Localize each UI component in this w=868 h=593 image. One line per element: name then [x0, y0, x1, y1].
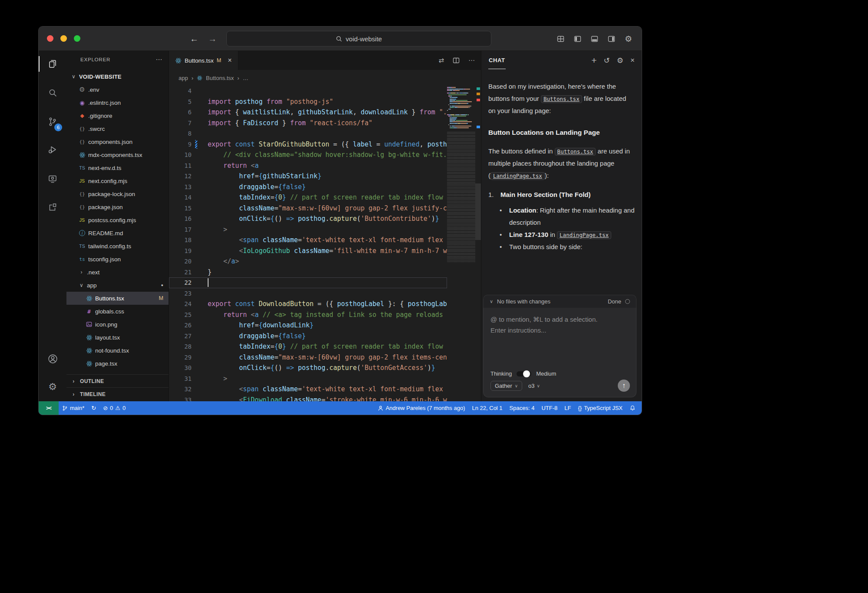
accounts-icon[interactable] — [39, 348, 66, 369]
code-line-8[interactable]: 8 — [169, 128, 447, 139]
back-button[interactable]: ← — [190, 27, 199, 51]
code-line-4[interactable]: 4 — [169, 86, 447, 97]
sync-item[interactable]: ↻ — [88, 401, 99, 415]
code-line-5[interactable]: 5import posthog from "posthog-js" — [169, 97, 447, 107]
code-line-16[interactable]: 16 onClick={() => posthog.capture('Butto… — [169, 213, 447, 224]
problems-item[interactable]: ⊘ 0 ⚠ 0 — [99, 401, 129, 415]
new-chat-icon[interactable]: + — [591, 55, 596, 66]
tree-item-not-found.tsx[interactable]: not-found.tsx — [66, 344, 169, 357]
mode-dropdown[interactable]: Gather ∨ — [490, 381, 522, 391]
code-line-27[interactable]: 27 draggable={false} — [169, 331, 447, 342]
command-center-search[interactable]: void-website — [226, 31, 491, 47]
indentation-item[interactable]: Spaces: 4 — [506, 401, 538, 415]
tree-item-buttons.tsx[interactable]: Buttons.tsxM — [66, 292, 169, 305]
cursor-position[interactable]: Ln 22, Col 1 — [468, 401, 506, 415]
zoom-window-button[interactable] — [74, 35, 80, 42]
tree-item-globals.css[interactable]: #globals.css — [66, 305, 169, 318]
code-line-18[interactable]: 18 <span className='text-white text-xl f… — [169, 235, 447, 246]
code-line-17[interactable]: 17 > — [169, 224, 447, 235]
language-mode-item[interactable]: {} TypeScript JSX — [574, 401, 626, 415]
code-line-21[interactable]: 21} — [169, 267, 447, 278]
toggle-primary-sidebar-icon[interactable] — [574, 36, 581, 42]
file-chip[interactable]: LandingPage.tsx — [557, 231, 611, 239]
close-chat-icon[interactable]: × — [630, 56, 635, 65]
explorer-activity-icon[interactable] — [39, 53, 66, 74]
code-line-23[interactable]: 23 — [169, 288, 447, 299]
code-line-10[interactable]: 10 // <div className="shadow hover:shado… — [169, 150, 447, 160]
notifications-bell-icon[interactable] — [626, 401, 639, 415]
code-line-28[interactable]: 28 tabIndex={0} // part of screen reader… — [169, 341, 447, 352]
open-changes-icon[interactable]: ⇄ — [438, 57, 444, 64]
tree-item-.gitignore[interactable]: ◆.gitignore — [66, 109, 169, 122]
code-line-6[interactable]: 6import { waitlistLink, githubStarLink, … — [169, 107, 447, 118]
code-line-14[interactable]: 14 tabIndex={0} // part of screen reader… — [169, 192, 447, 203]
breadcrumb-more[interactable]: … — [243, 75, 248, 81]
tree-item-mdx-components.tsx[interactable]: mdx-components.tsx — [66, 148, 169, 161]
tree-item-components.json[interactable]: {}components.json — [66, 135, 169, 148]
minimize-window-button[interactable] — [60, 35, 67, 42]
git-branch-item[interactable]: main* — [59, 401, 88, 415]
code-line-12[interactable]: 12 href={githubStarLink} — [169, 171, 447, 182]
tree-item-next.config.mjs[interactable]: JSnext.config.mjs — [66, 174, 169, 187]
code-line-33[interactable]: 33 <FiDownload className='stroke-white m… — [169, 395, 447, 402]
tree-item-.next[interactable]: ›.next — [66, 266, 169, 279]
chat-tab[interactable]: CHAT — [488, 52, 506, 69]
tree-item-postcss.config.mjs[interactable]: JSpostcss.config.mjs — [66, 213, 169, 227]
file-chip[interactable]: Buttons.tsx — [555, 148, 596, 156]
toggle-secondary-sidebar-icon[interactable] — [608, 36, 615, 42]
outline-section[interactable]: › OUTLINE — [66, 374, 169, 387]
tree-item-app[interactable]: ∨app● — [66, 279, 169, 292]
editor-scrollbar[interactable] — [475, 183, 481, 240]
settings-gear-icon[interactable]: ⚙ — [625, 35, 632, 43]
tab-close-icon[interactable]: × — [228, 57, 232, 64]
model-dropdown[interactable]: o3 ∨ — [528, 383, 540, 389]
tree-root-void-website[interactable]: ∨VOID-WEBSITE — [66, 70, 169, 83]
code-line-22[interactable]: 22 — [169, 277, 447, 288]
explorer-more-actions-icon[interactable]: ⋯ — [156, 56, 162, 63]
remote-explorer-activity-icon[interactable] — [39, 168, 66, 189]
tree-item-tailwind.config.ts[interactable]: TStailwind.config.ts — [66, 240, 169, 253]
tree-item-readme.md[interactable]: iREADME.md — [66, 227, 169, 240]
breadcrumb-file[interactable]: Buttons.tsx — [206, 75, 234, 81]
code-line-26[interactable]: 26 href={downloadLink} — [169, 320, 447, 331]
minimap[interactable] — [447, 86, 475, 346]
send-button[interactable]: ↑ — [618, 380, 630, 392]
tree-item-page.tsx[interactable]: page.tsx — [66, 357, 169, 370]
close-window-button[interactable] — [47, 35, 53, 42]
editor-more-actions-icon[interactable]: ⋯ — [468, 57, 475, 64]
chat-settings-gear-icon[interactable]: ⚙ — [617, 56, 623, 65]
code-editor[interactable]: 45import posthog from "posthog-js"6impor… — [169, 86, 447, 401]
toggle-panel-icon[interactable] — [591, 36, 598, 42]
changes-bar[interactable]: ∨ No files with changes Done — [483, 295, 636, 308]
file-chip[interactable]: Buttons.tsx — [541, 95, 582, 103]
breadcrumb-folder[interactable]: app — [179, 75, 188, 81]
code-line-7[interactable]: 7import { FaDiscord } from "react-icons/… — [169, 118, 447, 129]
encoding-item[interactable]: UTF-8 — [538, 401, 561, 415]
code-line-24[interactable]: 24export const DownloadButton = ({ posth… — [169, 299, 447, 310]
code-line-9[interactable]: 9export const StarOnGithubButton = ({ la… — [169, 139, 447, 150]
tab-buttons-tsx[interactable]: Buttons.tsx M × — [169, 51, 239, 70]
tree-item-.env[interactable]: ⚙.env — [66, 83, 169, 96]
thinking-slider[interactable] — [517, 371, 531, 376]
code-line-15[interactable]: 15 className="max-sm:w-[60vw] group gap-… — [169, 203, 447, 214]
code-line-19[interactable]: 19 <IoLogoGithub className='fill-white m… — [169, 246, 447, 257]
code-line-29[interactable]: 29 className="max-sm:w-[60vw] group gap-… — [169, 352, 447, 363]
git-blame-item[interactable]: Andrew Pareles (7 months ago) — [374, 401, 469, 415]
slider-knob[interactable] — [523, 370, 530, 377]
chat-input[interactable]: @ to mention, ⌘L to add a selection. Ent… — [483, 308, 636, 397]
tree-item-.eslintrc.json[interactable]: ◉.eslintrc.json — [66, 96, 169, 109]
source-control-activity-icon[interactable]: 6 — [39, 111, 66, 132]
code-line-25[interactable]: 25 return <a // <a> tag instead of Link … — [169, 310, 447, 320]
code-line-32[interactable]: 32 <span className='text-white text-xl f… — [169, 384, 447, 395]
tree-item-icon.png[interactable]: icon.png — [66, 318, 169, 331]
run-debug-activity-icon[interactable] — [39, 139, 66, 160]
manage-gear-icon[interactable]: ⚙ — [39, 376, 66, 397]
code-line-11[interactable]: 11 return <a — [169, 160, 447, 171]
tree-item-tsconfig.json[interactable]: tstsconfig.json — [66, 253, 169, 266]
file-chip[interactable]: LandingPage.tsx — [490, 172, 545, 180]
tree-item-.swcrc[interactable]: {}.swcrc — [66, 122, 169, 135]
chat-history-icon[interactable]: ↺ — [604, 56, 610, 65]
tree-item-next-env.d.ts[interactable]: TSnext-env.d.ts — [66, 161, 169, 174]
code-line-13[interactable]: 13 draggable={false} — [169, 182, 447, 193]
code-line-31[interactable]: 31 > — [169, 373, 447, 384]
